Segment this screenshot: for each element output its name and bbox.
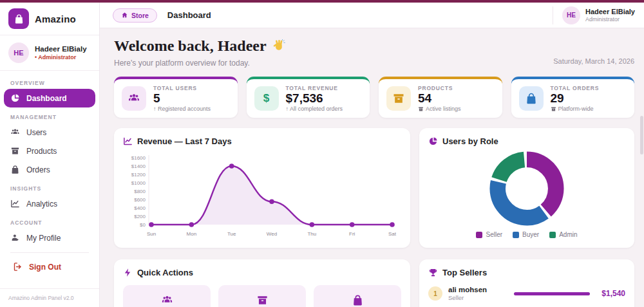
- pie-chart-icon: [10, 93, 20, 103]
- x-tick-label: Mon: [187, 231, 197, 237]
- x-tick-label: Tue: [227, 231, 236, 237]
- nav-section-management: MANAGEMENT: [10, 114, 95, 120]
- chart-line-icon: [123, 136, 133, 146]
- sidebar-item-analytics[interactable]: Analytics: [4, 194, 95, 213]
- rank-badge: 1: [428, 286, 442, 301]
- stat-label: TOTAL ORDERS: [551, 85, 600, 91]
- revenue-area: [151, 166, 392, 225]
- x-tick-label: Sun: [147, 231, 156, 237]
- users-icon: [10, 127, 20, 137]
- sidebar-nav: OVERVIEW Dashboard MANAGEMENT Users Prod…: [0, 71, 99, 274]
- legend-item: Buyer: [513, 231, 539, 238]
- store-button-label: Store: [131, 12, 149, 19]
- current-date: Saturday, March 14, 2026: [553, 57, 634, 68]
- scrollbar-thumb[interactable]: [640, 116, 643, 154]
- seller-role: Seller: [448, 294, 487, 301]
- dollar-icon: $: [254, 86, 279, 111]
- stats-row: TOTAL USERS 5 ↑ Registered accounts $ TO…: [114, 77, 634, 118]
- top-sellers-card: Top Sellers 1 ali mohsen Seller $1,540: [419, 259, 634, 307]
- x-tick-label: Wed: [267, 231, 277, 237]
- seller-name: ali mohsen: [448, 286, 487, 293]
- stat-card-total-revenue: $ TOTAL REVENUE $7,536 ↑ All completed o…: [247, 77, 370, 118]
- content-area: Welcome back, Hadeer Here's your platfor…: [100, 28, 644, 307]
- sidebar-item-label: Products: [26, 147, 57, 156]
- sign-out-button[interactable]: Sign Out: [10, 259, 89, 274]
- stat-label: PRODUCTS: [418, 85, 461, 91]
- sidebar-item-label: Dashboard: [26, 94, 67, 103]
- top-seller-row: 1 ali mohsen Seller $1,540: [428, 286, 625, 301]
- sidebar-item-orders[interactable]: Orders: [4, 160, 95, 179]
- stat-value: 5: [153, 91, 211, 106]
- box-icon: [551, 106, 556, 112]
- sidebar: Amazino HE Hadeer ElBialy Administrator …: [0, 3, 100, 307]
- orders-icon: [352, 294, 364, 306]
- sidebar-user-card[interactable]: HE Hadeer ElBialy Administrator: [0, 35, 99, 71]
- stat-card-total-users: TOTAL USERS 5 ↑ Registered accounts: [114, 77, 238, 118]
- top-sellers-title: Top Sellers: [442, 268, 487, 277]
- quick-action-orders[interactable]: [314, 285, 401, 307]
- y-tick-label: $400: [134, 205, 146, 211]
- home-icon: [121, 12, 128, 19]
- topbar: Store Dashboard HE Hadeer ElBialy Admini…: [100, 3, 644, 28]
- donut-legend: SellerBuyerAdmin: [428, 231, 625, 239]
- sidebar-item-label: Users: [26, 128, 46, 137]
- avatar: HE: [8, 42, 29, 63]
- products-icon: [256, 294, 269, 306]
- breadcrumb: Dashboard: [167, 10, 211, 20]
- quick-action-products[interactable]: [218, 285, 306, 307]
- sidebar-item-products[interactable]: Products: [4, 142, 95, 160]
- revenue-chart-card: Revenue — Last 7 Days $0$200$400$600$800…: [114, 128, 410, 248]
- page-title: Welcome back, Hadeer: [114, 37, 285, 55]
- app-root: Amazino HE Hadeer ElBialy Administrator …: [0, 0, 644, 307]
- sidebar-item-label: Analytics: [26, 200, 57, 209]
- store-button[interactable]: Store: [113, 8, 157, 23]
- products-icon: [10, 146, 20, 156]
- data-point: [229, 163, 234, 169]
- sign-out-label: Sign Out: [29, 263, 61, 272]
- seller-amount: $1,540: [601, 289, 625, 298]
- page-subtitle: Here's your platform overview for today.: [114, 59, 285, 68]
- profile-icon: [10, 233, 20, 243]
- sidebar-item-my-profile[interactable]: My Profile: [4, 228, 95, 247]
- stat-card-total-orders: TOTAL ORDERS 29 Platform-wide: [511, 77, 635, 118]
- revenue-line-chart: $0$200$400$600$800$1000$1200$1400$1600Su…: [123, 150, 400, 240]
- main-column: Store Dashboard HE Hadeer ElBialy Admini…: [100, 3, 644, 307]
- legend-item: Seller: [476, 231, 502, 238]
- brand-name: Amazino: [35, 14, 76, 24]
- data-point: [189, 222, 194, 227]
- pie-chart-icon: [428, 136, 438, 146]
- y-tick-label: $1000: [131, 180, 146, 186]
- sidebar-item-users[interactable]: Users: [4, 123, 95, 142]
- analytics-icon: [10, 199, 20, 209]
- stat-card-products: PRODUCTS 54 Active listings: [379, 77, 502, 118]
- shopping-bag-logo-icon: [8, 8, 29, 29]
- brand-logo[interactable]: Amazino: [0, 3, 99, 35]
- y-tick-label: $600: [134, 197, 146, 203]
- stat-sub: Active listings: [418, 106, 461, 112]
- stat-sub: ↑ All completed orders: [286, 106, 343, 112]
- quick-action-users[interactable]: [123, 285, 211, 307]
- x-tick-label: Thu: [307, 231, 316, 237]
- sidebar-user-role: Administrator: [35, 54, 87, 60]
- users-by-role-donut-chart: [489, 151, 565, 227]
- topbar-user-name: Hadeer ElBialy: [585, 8, 635, 15]
- users-by-role-card: Users by Role SellerBuyerAdmin: [419, 128, 634, 248]
- wave-emoji-icon: [272, 39, 285, 53]
- sign-out-icon: [13, 262, 23, 272]
- stat-sub: Platform-wide: [551, 106, 600, 112]
- stat-value: $7,536: [286, 91, 343, 106]
- y-tick-label: $1600: [131, 155, 146, 161]
- sidebar-item-label: My Profile: [26, 234, 61, 243]
- y-tick-label: $1400: [131, 163, 146, 169]
- x-tick-label: Fri: [349, 231, 355, 237]
- sidebar-item-dashboard[interactable]: Dashboard: [4, 89, 95, 107]
- legend-swatch: [549, 232, 556, 238]
- nav-section-insights: INSIGHTS: [10, 185, 95, 192]
- users-icon: [161, 294, 173, 306]
- revenue-chart-title: Revenue — Last 7 Days: [137, 136, 232, 146]
- lightning-icon: [123, 268, 133, 277]
- y-tick-label: $0: [140, 222, 146, 228]
- bag-icon: [519, 86, 544, 111]
- data-point: [310, 222, 315, 227]
- topbar-user-menu[interactable]: HE Hadeer ElBialy Administrator: [553, 6, 635, 24]
